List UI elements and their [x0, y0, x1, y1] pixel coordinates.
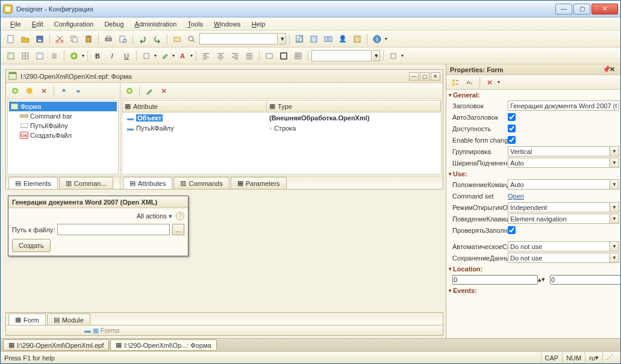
bold-icon[interactable]: B	[91, 49, 104, 63]
prop-savedata-combo[interactable]: Do not use	[508, 253, 610, 263]
align-justify-icon[interactable]	[243, 49, 256, 63]
close-panel-icon[interactable]: ✕	[610, 66, 617, 73]
mdi-tab-1[interactable]: ▦I:\290-OpenXml\OpenXml.epf	[3, 339, 109, 351]
attributes-grid[interactable]: ▦Attribute ▦Type ▬Объект (ВнешняяОбработ…	[122, 100, 442, 174]
toggle-icon[interactable]	[387, 49, 400, 63]
maximize-button[interactable]: ▢	[573, 4, 590, 14]
find-icon[interactable]	[170, 32, 184, 46]
border-icon[interactable]	[277, 49, 290, 63]
config-tree-icon[interactable]	[307, 32, 320, 46]
move-up-icon[interactable]	[57, 84, 70, 97]
mdi-tab-2[interactable]: ▦I:\290-OpenXml\Op...: Форма	[110, 339, 216, 351]
zoom-input[interactable]	[311, 50, 372, 61]
status-lang[interactable]: ru ▾	[585, 352, 602, 363]
menu-windows[interactable]: Windows	[209, 19, 246, 29]
menu-configuration[interactable]: Configuration	[49, 19, 98, 29]
undo-icon[interactable]	[136, 32, 149, 46]
module-icon[interactable]	[351, 32, 364, 46]
help-icon[interactable]: i	[370, 32, 384, 46]
save-icon[interactable]	[33, 32, 46, 46]
prop-autosave-combo[interactable]: Do not use	[508, 241, 610, 251]
chevron-down-icon[interactable]: ▼	[610, 253, 619, 263]
path-input[interactable]	[57, 224, 170, 235]
doc-minimize-button[interactable]: —	[409, 72, 419, 81]
tab-commands[interactable]: ▥Comman...	[59, 177, 113, 189]
menu-debug[interactable]: Debug	[99, 19, 128, 29]
align-center-icon[interactable]	[214, 49, 227, 63]
menu-administration[interactable]: Administration	[130, 19, 182, 29]
prop-checkfill-check[interactable]	[508, 226, 516, 234]
tree-item-create[interactable]: ОК СоздатьФайл	[9, 131, 117, 140]
tree-item-commandbar[interactable]: Command bar	[9, 111, 117, 121]
chevron-down-icon[interactable]: ▼	[610, 179, 619, 190]
chevron-down-icon[interactable]: ▼	[610, 202, 619, 212]
syntax-check-icon[interactable]: 👤	[336, 32, 349, 46]
refresh-icon[interactable]: 🔄	[293, 32, 306, 46]
search-dropdown[interactable]: ▾	[279, 33, 286, 45]
print-preview-icon[interactable]	[116, 32, 130, 46]
menu-edit[interactable]: Edit	[27, 19, 48, 29]
prop-cmdset-link[interactable]: Open	[508, 193, 524, 200]
section-general[interactable]: General:	[446, 90, 620, 100]
tab-form[interactable]: ▦Form	[8, 313, 46, 325]
prop-childwidth-combo[interactable]: Auto	[508, 158, 610, 168]
menu-help[interactable]: Help	[247, 19, 270, 29]
chevron-down-icon[interactable]: ▼	[610, 146, 619, 156]
prop-openmode-combo[interactable]: Independent	[508, 202, 610, 212]
chevron-down-icon[interactable]: ▼	[610, 214, 619, 224]
zoom-dropdown[interactable]: ▾	[373, 50, 380, 61]
add-attr-icon[interactable]	[123, 84, 136, 97]
delete-element-icon[interactable]	[37, 84, 51, 97]
edit-attr-icon[interactable]	[143, 84, 156, 97]
tab-attributes[interactable]: ▤Attributes	[123, 177, 172, 189]
close-button[interactable]: ✕	[591, 4, 618, 14]
italic-icon[interactable]: I	[105, 49, 119, 63]
prop-enablechange-check[interactable]	[508, 136, 516, 144]
list-icon[interactable]	[48, 49, 61, 63]
doc-maximize-button[interactable]: ▢	[420, 72, 429, 81]
tree-item-path[interactable]: ПутьКФайлу	[9, 121, 117, 131]
tab-commands2[interactable]: ▥Commands	[173, 177, 229, 189]
all-actions-link[interactable]: All actions ▾	[137, 212, 172, 220]
copy-icon[interactable]	[67, 32, 81, 46]
tree-root-form[interactable]: Форма	[9, 102, 117, 111]
pin-icon[interactable]: 📌	[602, 66, 610, 73]
align-left-icon[interactable]	[199, 49, 213, 63]
underline-icon[interactable]: U	[120, 49, 133, 63]
prop-grouping-combo[interactable]: Vertical	[508, 146, 610, 156]
help-icon[interactable]: ?	[176, 212, 184, 220]
form-icon[interactable]	[4, 49, 17, 63]
sort-categ-icon[interactable]	[449, 76, 462, 89]
attr-row-object[interactable]: ▬Объект (ВнешняяОбработка.OpenXml)	[122, 113, 441, 123]
section-use[interactable]: Use:	[446, 168, 620, 179]
prop-keybehavior-combo[interactable]: Element navigation	[508, 214, 610, 224]
section-events[interactable]: Events:	[446, 285, 620, 295]
attr-row-path[interactable]: ▬ПутьКФайлу ▫Строка	[122, 123, 441, 133]
sort-alpha-icon[interactable]: A↓	[463, 76, 476, 89]
add-group-icon[interactable]	[23, 84, 36, 97]
paint-icon[interactable]	[158, 49, 171, 63]
table-icon[interactable]	[292, 49, 305, 63]
tab-module[interactable]: ▤Module	[47, 313, 90, 325]
tab-elements[interactable]: ▤Elements	[8, 177, 58, 189]
prop-delete-icon[interactable]	[483, 76, 496, 89]
panel-icon[interactable]	[33, 49, 46, 63]
add-element-icon[interactable]	[8, 84, 22, 97]
status-resize-icon[interactable]: ⋰	[602, 352, 617, 363]
merge-icon[interactable]	[263, 49, 276, 63]
prop-height-input[interactable]	[550, 275, 620, 285]
config-compare-icon[interactable]	[322, 32, 335, 46]
spinner-icon[interactable]: ▴▾	[538, 276, 545, 283]
browse-button[interactable]: …	[172, 224, 184, 235]
chevron-down-icon[interactable]: ▼	[610, 241, 619, 251]
elements-tree[interactable]: Форма Command bar ПутьКФайлу	[7, 100, 119, 174]
bgcolor-icon[interactable]	[140, 49, 153, 63]
delete-attr-icon[interactable]	[157, 84, 170, 97]
open-icon[interactable]	[19, 32, 32, 46]
doc-close-button[interactable]: ✕	[431, 72, 440, 81]
run-icon[interactable]	[67, 49, 81, 63]
section-location[interactable]: Location:	[446, 264, 620, 274]
print-icon[interactable]	[102, 32, 115, 46]
create-button[interactable]: Создать	[12, 239, 51, 252]
align-right-icon[interactable]	[228, 49, 242, 63]
